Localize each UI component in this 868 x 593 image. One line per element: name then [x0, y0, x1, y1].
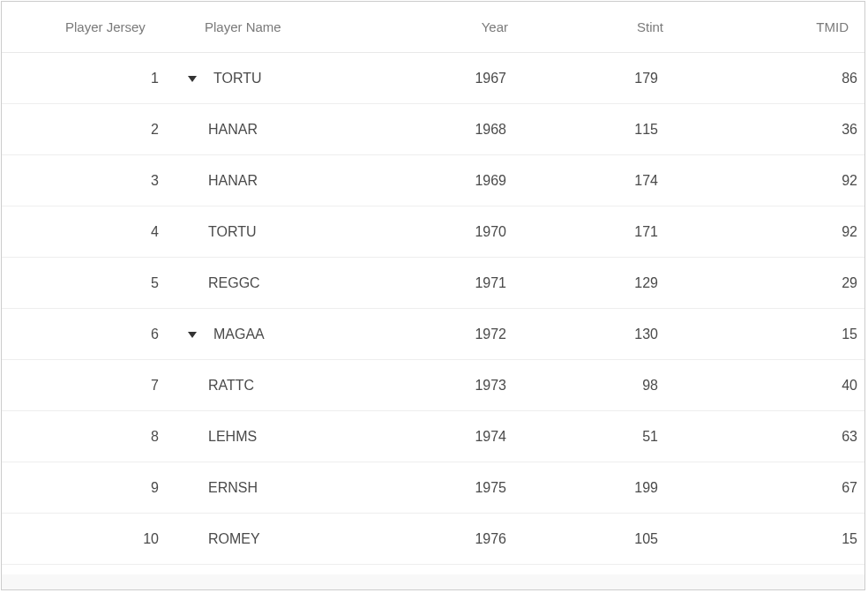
table-body: 1TORTU1967179862HANAR1968115363HANAR1969… [2, 53, 864, 574]
cell-tmid: 15 [690, 531, 864, 547]
cell-tmid: 67 [690, 480, 864, 496]
cell-name: ROMEY [178, 531, 372, 547]
cell-stint: 51 [549, 429, 690, 445]
cell-name-text: ROMEY [208, 531, 260, 547]
cell-jersey: 9 [2, 480, 178, 496]
cell-stint: 115 [549, 122, 690, 138]
data-grid: Player Jersey Player Name Year Stint TMI… [1, 1, 865, 590]
table-row[interactable]: 1TORTU196717986 [2, 53, 864, 104]
table-row[interactable]: 6MAGAA197213015 [2, 309, 864, 360]
cell-name: REGGC [178, 275, 372, 291]
cell-name: TORTU [178, 224, 372, 240]
horizontal-scrollbar[interactable] [2, 574, 864, 589]
cell-year: 1976 [372, 531, 549, 547]
cell-name: ERNSH [178, 480, 372, 496]
column-header-name[interactable]: Player Name [178, 19, 372, 34]
cell-stint: 130 [549, 327, 690, 342]
cell-year: 1969 [372, 173, 549, 189]
cell-tmid: 40 [690, 378, 864, 394]
cell-jersey: 2 [2, 122, 178, 138]
cell-jersey: 7 [2, 378, 178, 394]
cell-tmid: 36 [690, 122, 864, 138]
table-row[interactable]: 2HANAR196811536 [2, 104, 864, 155]
cell-tmid: 29 [690, 275, 864, 291]
cell-year: 1974 [372, 429, 549, 445]
cell-year: 1967 [372, 71, 549, 86]
cell-name: RATTC [178, 378, 372, 394]
table-header-row: Player Jersey Player Name Year Stint TMI… [2, 2, 864, 53]
cell-jersey: 4 [2, 224, 178, 240]
cell-year: 1971 [372, 275, 549, 291]
cell-stint: 179 [549, 71, 690, 86]
cell-jersey: 1 [2, 71, 178, 86]
cell-jersey: 8 [2, 429, 178, 445]
column-header-year[interactable]: Year [372, 19, 549, 34]
column-header-stint[interactable]: Stint [549, 19, 690, 34]
cell-name-text: TORTU [208, 224, 257, 240]
cell-stint: 105 [549, 531, 690, 547]
cell-tmid: 92 [690, 224, 864, 240]
cell-tmid: 15 [690, 327, 864, 342]
cell-name-text: ERNSH [208, 480, 258, 496]
cell-stint: 174 [549, 173, 690, 189]
cell-tmid: 92 [690, 173, 864, 189]
table-row[interactable]: 3HANAR196917492 [2, 155, 864, 206]
cell-stint: 199 [549, 480, 690, 496]
table-row[interactable]: 8LEHMS19745163 [2, 411, 864, 462]
chevron-down-icon[interactable] [185, 327, 199, 342]
cell-name: HANAR [178, 173, 372, 189]
table-body-scroll[interactable]: 1TORTU1967179862HANAR1968115363HANAR1969… [2, 53, 864, 574]
table-row[interactable]: 7RATTC19739840 [2, 360, 864, 411]
cell-name-text: HANAR [208, 173, 258, 189]
cell-year: 1972 [372, 327, 549, 342]
cell-jersey: 10 [2, 531, 178, 547]
cell-year: 1970 [372, 224, 549, 240]
cell-name-text: RATTC [208, 378, 254, 394]
cell-year: 1968 [372, 122, 549, 138]
cell-jersey: 5 [2, 275, 178, 291]
cell-name-text: MAGAA [213, 327, 265, 342]
cell-name: HANAR [178, 122, 372, 138]
cell-name-text: LEHMS [208, 429, 257, 445]
table-row[interactable]: 10ROMEY197610515 [2, 514, 864, 565]
cell-year: 1975 [372, 480, 549, 496]
cell-year: 1973 [372, 378, 549, 394]
cell-stint: 98 [549, 378, 690, 394]
cell-jersey: 3 [2, 173, 178, 189]
cell-name: TORTU [178, 71, 372, 86]
cell-name-text: HANAR [208, 122, 258, 138]
table-row[interactable]: 9ERNSH197519967 [2, 462, 864, 514]
table-row[interactable]: 5REGGC197112929 [2, 258, 864, 309]
chevron-down-icon[interactable] [185, 71, 199, 86]
cell-name-text: TORTU [213, 71, 262, 86]
cell-tmid: 86 [690, 71, 864, 86]
cell-stint: 171 [549, 224, 690, 240]
cell-name: LEHMS [178, 429, 372, 445]
cell-stint: 129 [549, 275, 690, 291]
cell-jersey: 6 [2, 327, 178, 342]
table-row[interactable]: 4TORTU197017192 [2, 206, 864, 258]
cell-tmid: 63 [690, 429, 864, 445]
column-header-jersey[interactable]: Player Jersey [2, 19, 178, 34]
column-header-tmid[interactable]: TMID [690, 19, 850, 34]
cell-name-text: REGGC [208, 275, 260, 291]
cell-name: MAGAA [178, 327, 372, 342]
